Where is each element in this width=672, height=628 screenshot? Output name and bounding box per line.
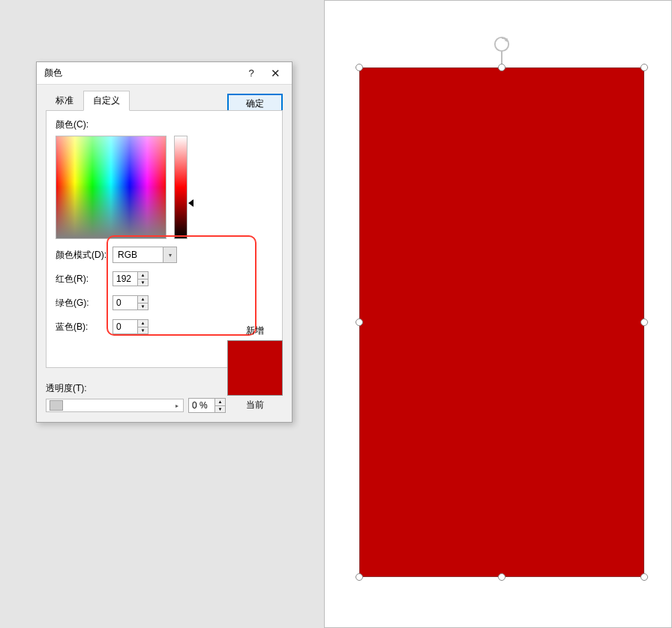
current-label: 当前 [227,399,283,411]
transparency-slider[interactable]: ◂ ▸ [46,399,184,412]
resize-handle-nw[interactable] [356,64,363,71]
resize-handle-s[interactable] [498,573,506,581]
color-mode-dropdown[interactable]: RGB ▾ [112,247,177,263]
rotate-handle-icon[interactable] [494,36,510,52]
resize-handle-e[interactable] [640,318,648,326]
trans-spin-up[interactable]: ▲ [214,399,225,406]
transparency-section: 透明度(T): ◂ ▸ 0 % ▲▼ [46,382,226,413]
resize-handle-ne[interactable] [640,64,648,71]
chevron-down-icon: ▾ [169,252,172,259]
transparency-value: 0 % [192,400,208,411]
slider-thumb[interactable] [50,400,63,411]
green-label: 绿色(G): [56,297,112,310]
red-spin-up[interactable]: ▲ [137,272,148,280]
blue-label: 蓝色(B): [56,321,112,333]
blue-spin-down[interactable]: ▼ [137,327,148,334]
red-spinner[interactable]: 192 ▲▼ [112,271,148,286]
preview-swatch [227,340,283,396]
color-mode-label: 颜色模式(D): [56,249,112,262]
green-spin-down[interactable]: ▼ [137,304,148,310]
transparency-value-box[interactable]: 0 % ▲▼ [188,398,226,413]
slider-right-icon: ▸ [176,402,178,409]
dropdown-button[interactable]: ▾ [163,247,176,262]
green-spin-up[interactable]: ▲ [137,296,148,304]
color-dialog: 颜色 ? ✕ 确定 取消 标准 自定义 颜色(C): 颜色模式(D): RGB … [36,61,292,423]
rotate-stem [501,51,502,64]
luminance-arrow-icon[interactable] [188,199,194,207]
resize-handle-se[interactable] [640,573,648,581]
green-spinner[interactable]: 0 ▲▼ [112,295,148,310]
red-spin-down[interactable]: ▼ [137,280,148,286]
blue-value: 0 [116,321,122,332]
tab-custom[interactable]: 自定义 [83,91,130,111]
color-spectrum-picker[interactable] [56,136,166,239]
red-label: 红色(R): [56,273,112,286]
trans-spin-down[interactable]: ▼ [214,406,225,413]
blue-spin-up[interactable]: ▲ [137,320,148,327]
tab-standard[interactable]: 标准 [46,91,83,111]
luminance-strip[interactable] [174,136,188,239]
resize-handle-n[interactable] [498,64,506,71]
dialog-title: 颜色 [44,67,239,79]
help-button[interactable]: ? [239,63,263,84]
selected-rectangle-shape[interactable] [359,67,644,577]
dialog-title-bar[interactable]: 颜色 ? ✕ [37,62,292,85]
close-button[interactable]: ✕ [263,63,287,84]
color-preview: 新增 当前 [227,324,283,411]
green-value: 0 [116,298,122,308]
new-label: 新增 [227,324,283,337]
blue-spinner[interactable]: 0 ▲▼ [112,319,148,334]
transparency-label: 透明度(T): [46,382,226,395]
resize-handle-w[interactable] [356,318,363,326]
color-mode-value: RGB [118,250,137,260]
red-value: 192 [116,274,131,284]
resize-handle-sw[interactable] [356,573,363,581]
colors-label: 颜色(C): [56,118,273,131]
